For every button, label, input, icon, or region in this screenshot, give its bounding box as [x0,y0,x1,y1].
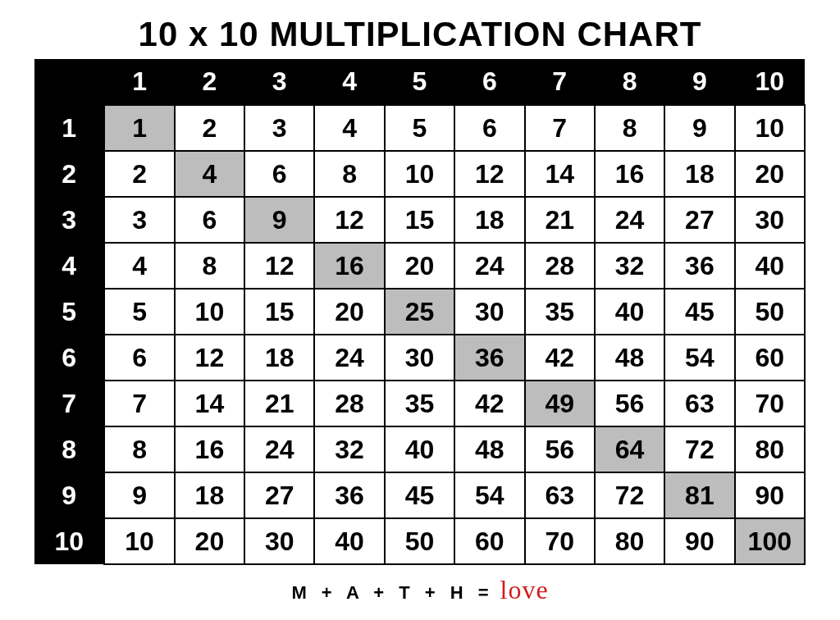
table-cell: 4 [104,243,174,289]
table-cell: 20 [175,518,244,564]
table-cell: 9 [104,472,174,518]
table-cell: 100 [735,518,805,564]
table-cell: 30 [385,335,454,381]
table-cell: 10 [385,151,454,197]
table-cell: 1 [104,105,174,151]
table-cell: 2 [104,151,174,197]
row-header: 6 [34,335,104,381]
table-cell: 3 [104,197,174,243]
table-cell: 50 [385,518,454,564]
table-cell: 4 [175,151,244,197]
row-header: 9 [34,472,104,518]
table-cell: 3 [244,105,314,151]
table-cell: 35 [525,289,595,335]
col-header: 4 [314,59,384,105]
table-cell: 40 [595,289,664,335]
row-header: 1 [34,105,104,151]
table-cell: 5 [104,289,174,335]
table-cell: 8 [175,243,244,289]
table-cell: 24 [595,197,664,243]
table-cell: 28 [314,381,384,426]
table-cell: 81 [664,472,734,518]
table-cell: 15 [244,289,314,335]
table-cell: 40 [735,243,805,289]
table-cell: 30 [735,197,805,243]
table-cell: 18 [454,197,524,243]
row-header: 3 [34,197,104,243]
table-cell: 70 [525,518,595,564]
row-header: 5 [34,289,104,335]
table-cell: 5 [385,105,454,151]
table-cell: 6 [104,335,174,381]
page-title: 10 x 10 MULTIPLICATION CHART [139,15,702,54]
table-cell: 15 [385,197,454,243]
row-header: 8 [34,426,104,472]
table-cell: 6 [244,151,314,197]
table-cell: 9 [664,105,734,151]
table-cell: 12 [175,335,244,381]
footer-love: love [500,575,549,605]
table-cell: 30 [454,289,524,335]
table-cell: 18 [664,151,734,197]
table-cell: 42 [525,335,595,381]
table-cell: 90 [664,518,734,564]
table-cell: 12 [314,197,384,243]
table-cell: 30 [244,518,314,564]
footer-text: M + A + T + H = [291,582,493,604]
row-header: 2 [34,151,104,197]
col-header: 10 [735,59,805,105]
table-cell: 90 [735,472,805,518]
table-corner [34,59,104,105]
table-cell: 36 [314,472,384,518]
table-cell: 32 [314,426,384,472]
table-cell: 50 [735,289,805,335]
table-cell: 56 [525,426,595,472]
table-cell: 7 [104,381,174,426]
table-cell: 8 [104,426,174,472]
row-header: 4 [34,243,104,289]
table-cell: 40 [314,518,384,564]
col-header: 2 [175,59,244,105]
table-cell: 21 [244,381,314,426]
table-cell: 10 [735,105,805,151]
table-cell: 4 [314,105,384,151]
table-cell: 49 [525,381,595,426]
table-cell: 24 [454,243,524,289]
table-cell: 6 [454,105,524,151]
table-cell: 36 [454,335,524,381]
col-header: 6 [454,59,524,105]
table-cell: 36 [664,243,734,289]
table-cell: 60 [454,518,524,564]
col-header: 3 [244,59,314,105]
col-header: 1 [104,59,174,105]
table-cell: 21 [525,197,595,243]
col-header: 5 [385,59,454,105]
table-cell: 40 [385,426,454,472]
table-cell: 32 [595,243,664,289]
table-cell: 10 [104,518,174,564]
table-cell: 2 [175,105,244,151]
table-cell: 18 [175,472,244,518]
col-header: 8 [595,59,664,105]
table-cell: 48 [454,426,524,472]
table-cell: 12 [244,243,314,289]
table-cell: 14 [175,381,244,426]
table-cell: 80 [595,518,664,564]
table-cell: 9 [244,197,314,243]
table-cell: 16 [175,426,244,472]
table-cell: 24 [244,426,314,472]
table-cell: 6 [175,197,244,243]
table-cell: 7 [525,105,595,151]
table-cell: 14 [525,151,595,197]
col-header: 9 [664,59,734,105]
table-cell: 8 [314,151,384,197]
table-cell: 45 [664,289,734,335]
col-header: 7 [525,59,595,105]
table-cell: 64 [595,426,664,472]
table-cell: 24 [314,335,384,381]
table-cell: 27 [244,472,314,518]
table-cell: 80 [735,426,805,472]
table-cell: 16 [314,243,384,289]
table-cell: 20 [385,243,454,289]
table-cell: 27 [664,197,734,243]
